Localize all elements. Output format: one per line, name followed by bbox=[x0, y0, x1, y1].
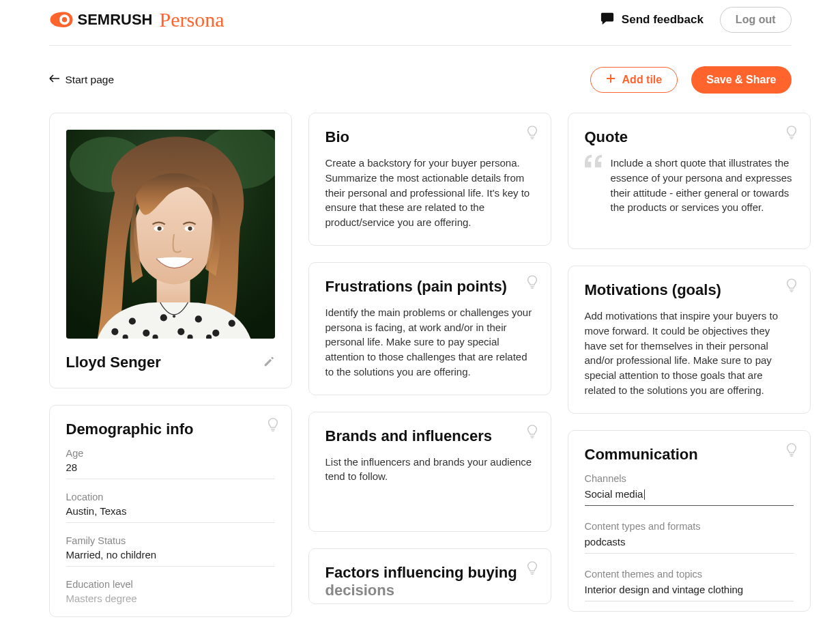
logo-text-main: SEMRUSH bbox=[78, 11, 153, 29]
lightbulb-icon[interactable] bbox=[526, 275, 538, 291]
chat-icon bbox=[600, 12, 615, 29]
start-page-label: Start page bbox=[66, 74, 115, 86]
bio-card[interactable]: Bio Create a backstory for your buyer pe… bbox=[308, 113, 551, 246]
subheader: Start page Add tile Save & Share bbox=[49, 46, 792, 113]
send-feedback-link[interactable]: Send feedback bbox=[600, 12, 704, 29]
svg-point-1 bbox=[61, 17, 67, 23]
channels-value: Social media bbox=[585, 488, 643, 500]
svg-point-13 bbox=[143, 330, 149, 337]
brands-title: Brands and influencers bbox=[325, 427, 534, 445]
brands-card[interactable]: Brands and influencers List the influenc… bbox=[308, 412, 551, 532]
add-tile-button[interactable]: Add tile bbox=[590, 67, 678, 93]
svg-point-16 bbox=[194, 315, 201, 322]
svg-point-12 bbox=[128, 317, 135, 324]
header-actions: Send feedback Log out bbox=[600, 7, 792, 33]
save-share-button[interactable]: Save & Share bbox=[691, 66, 791, 94]
svg-point-23 bbox=[173, 315, 175, 317]
column-middle: Bio Create a backstory for your buyer pe… bbox=[308, 113, 551, 604]
tile-grid: Lloyd Senger Demographic info Age bbox=[49, 113, 792, 617]
header: SEMRUSH Persona Send feedback Log out bbox=[49, 0, 792, 40]
lightbulb-icon[interactable] bbox=[267, 418, 279, 434]
location-label: Location bbox=[66, 492, 275, 502]
motivations-text[interactable]: Add motivations that inspire your buyers… bbox=[585, 309, 794, 398]
communication-title: Communication bbox=[585, 446, 794, 464]
plus-icon bbox=[606, 74, 615, 86]
logout-button[interactable]: Log out bbox=[720, 7, 792, 33]
lightbulb-icon[interactable] bbox=[526, 561, 538, 577]
profile-card[interactable]: Lloyd Senger bbox=[49, 113, 292, 388]
svg-point-11 bbox=[111, 328, 118, 335]
add-tile-label: Add tile bbox=[622, 74, 663, 86]
quote-icon bbox=[585, 154, 603, 170]
education-value[interactable]: Masters degree bbox=[66, 593, 275, 610]
content-types-input[interactable]: podcasts bbox=[585, 536, 794, 554]
age-label: Age bbox=[66, 448, 275, 459]
svg-point-14 bbox=[160, 314, 166, 321]
text-cursor bbox=[644, 489, 645, 500]
quote-card[interactable]: Quote Include a short quote that illustr… bbox=[568, 113, 811, 249]
logo-text-sub: Persona bbox=[160, 8, 225, 31]
factors-title-line1: Factors influencing buying bbox=[325, 564, 517, 581]
age-value[interactable]: 28 bbox=[66, 462, 275, 479]
lightbulb-icon[interactable] bbox=[526, 126, 538, 141]
persona-photo[interactable] bbox=[66, 130, 275, 339]
svg-point-18 bbox=[228, 320, 235, 326]
factors-card[interactable]: Factors influencing buying decisions bbox=[308, 548, 551, 604]
subheader-actions: Add tile Save & Share bbox=[590, 66, 792, 94]
quote-text[interactable]: Include a short quote that illustrates t… bbox=[611, 156, 794, 215]
content-types-label: Content types and formats bbox=[585, 521, 794, 532]
lightbulb-icon[interactable] bbox=[785, 443, 798, 459]
family-status-label: Family Status bbox=[66, 535, 275, 546]
send-feedback-label: Send feedback bbox=[622, 13, 704, 27]
family-status-value[interactable]: Married, no children bbox=[66, 549, 275, 567]
pencil-icon[interactable] bbox=[263, 356, 275, 370]
communication-card[interactable]: Communication Channels Social media Cont… bbox=[568, 430, 811, 612]
lightbulb-icon[interactable] bbox=[785, 126, 798, 141]
svg-point-17 bbox=[212, 330, 219, 337]
frustrations-title: Frustrations (pain points) bbox=[325, 278, 534, 296]
channels-input[interactable]: Social media bbox=[585, 488, 794, 507]
themes-label: Content themes and topics bbox=[585, 569, 794, 580]
bio-text[interactable]: Create a backstory for your buyer person… bbox=[325, 156, 534, 230]
svg-point-9 bbox=[157, 227, 161, 231]
lightbulb-icon[interactable] bbox=[785, 279, 798, 294]
education-label: Education level bbox=[66, 579, 275, 590]
themes-input[interactable]: Interior design and vintage clothing bbox=[585, 584, 794, 601]
bio-title: Bio bbox=[325, 128, 534, 146]
motivations-card[interactable]: Motivations (goals) Add motivations that… bbox=[568, 266, 811, 414]
frustrations-card[interactable]: Frustrations (pain points) Identify the … bbox=[308, 262, 551, 395]
factors-title-line2: decisions bbox=[325, 582, 394, 599]
motivations-title: Motivations (goals) bbox=[585, 281, 794, 299]
start-page-link[interactable]: Start page bbox=[49, 74, 115, 86]
location-value[interactable]: Austin, Texas bbox=[66, 505, 275, 523]
brands-text[interactable]: List the influencers and brands your aud… bbox=[325, 455, 534, 485]
column-left: Lloyd Senger Demographic info Age bbox=[49, 113, 292, 617]
flame-icon bbox=[49, 11, 74, 29]
svg-point-10 bbox=[188, 227, 192, 231]
svg-point-15 bbox=[177, 328, 184, 335]
lightbulb-icon[interactable] bbox=[526, 425, 538, 440]
persona-name[interactable]: Lloyd Senger bbox=[66, 354, 161, 371]
factors-title: Factors influencing buying decisions bbox=[325, 564, 534, 599]
channels-label: Channels bbox=[585, 473, 794, 484]
demographics-title: Demographic info bbox=[66, 421, 275, 438]
demographics-card[interactable]: Demographic info Age 28 Location Austin,… bbox=[49, 405, 292, 617]
quote-title: Quote bbox=[585, 128, 794, 146]
arrow-left-icon bbox=[49, 74, 60, 86]
logo[interactable]: SEMRUSH Persona bbox=[49, 8, 225, 31]
frustrations-text[interactable]: Identify the main problems or challenges… bbox=[325, 305, 534, 380]
column-right: Quote Include a short quote that illustr… bbox=[568, 113, 811, 612]
